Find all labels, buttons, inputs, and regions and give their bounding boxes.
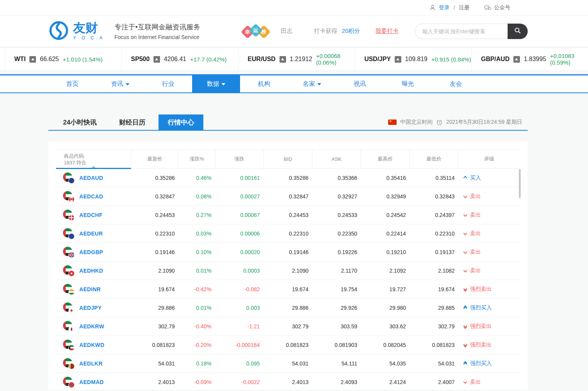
site-logo[interactable]: 友财 Y·O·C·A: [48, 20, 104, 43]
symbol-link[interactable]: AEDMAD: [79, 379, 104, 385]
column-header[interactable]: 最新价: [131, 150, 179, 168]
bid-cell: 0.19146: [264, 249, 312, 255]
column-header[interactable]: 最低价: [410, 150, 458, 168]
symbol-link[interactable]: AEDJPY: [79, 305, 102, 311]
change-percent-cell: -0.20%: [179, 342, 215, 348]
username[interactable]: 田志: [281, 27, 292, 35]
login-register-separator: /: [453, 5, 455, 11]
lucky-ranking-badge[interactable]: 幸运榜: [243, 24, 271, 38]
chevron-down-icon: [317, 83, 321, 85]
nav-item[interactable]: 数据: [192, 75, 240, 92]
current-datetime: 2021年5月30日18:24:59 星期日: [446, 119, 522, 126]
last-price-cell: 2.1090: [131, 268, 179, 274]
symbol-link[interactable]: AEDEUR: [79, 231, 103, 237]
table-row[interactable]: AEDJPY 29.886 0.01% 0.003 29.886 29.926 …: [56, 299, 520, 317]
quote-currency-flag-icon: [68, 215, 75, 221]
chevron-down-icon: [126, 83, 130, 85]
table-row[interactable]: AEDKWD 0.081823 -0.20% -0.000164 0.08182…: [56, 336, 520, 354]
nav-item[interactable]: 名家: [288, 75, 336, 92]
ticker-item[interactable]: EUR/USD 1.21912 +0.00068 (0.06%): [239, 48, 355, 70]
rating-cell: 卖出: [458, 267, 520, 274]
cn-flag-icon: [388, 120, 397, 125]
table-row[interactable]: AEDKRW 302.79 -0.40% -1.21 302.79 303.59…: [56, 317, 520, 336]
low-cell: 0.081823: [410, 342, 458, 348]
symbol-link[interactable]: AEDAUD: [79, 175, 103, 181]
change-cell: 0.00067: [215, 212, 264, 218]
table-row[interactable]: AEDCAD 0.32847 0.08% 0.00027 0.32847 0.3…: [56, 187, 520, 206]
rating-cell: 卖出: [458, 193, 520, 200]
symbol-link[interactable]: AEDKWD: [79, 342, 104, 348]
tab[interactable]: 财经日历: [110, 114, 155, 130]
tab[interactable]: 行情中心: [159, 114, 203, 130]
quote-currency-flag-icon: [68, 363, 75, 369]
wechat-group[interactable]: 公众号: [484, 4, 510, 11]
last-price-cell: 29.886: [131, 305, 179, 311]
table-scrollbar-thumb[interactable]: [519, 169, 521, 198]
table-row[interactable]: AEDCHF 0.24453 0.27% 0.00067 0.24453 0.2…: [56, 206, 520, 224]
symbol-link[interactable]: AEDLKR: [79, 360, 102, 367]
checkin-link[interactable]: 我要打卡: [375, 27, 399, 35]
ticker-item[interactable]: WTI 66.625 +1.010 (1.54%): [5, 48, 122, 70]
column-header[interactable]: BID: [264, 150, 312, 168]
symbol-link[interactable]: AEDGBP: [79, 249, 103, 255]
rating-label: 卖出: [470, 193, 481, 200]
symbol-cell: AEDKRW: [56, 321, 131, 332]
nav-item[interactable]: 行业: [144, 75, 192, 92]
ticker-change: +0.01083 (0.59%): [550, 53, 588, 66]
column-header[interactable]: 涨跌%: [179, 150, 215, 168]
logo-sub-text: Y·O·C·A: [73, 35, 104, 41]
high-cell: 29.980: [361, 305, 410, 311]
bid-cell: 19.674: [264, 286, 312, 292]
high-cell: 19.727: [361, 286, 410, 292]
change-percent-cell: 0.27%: [179, 212, 215, 218]
symbol-link[interactable]: AEDKRW: [79, 323, 104, 330]
tab[interactable]: 24小时快讯: [54, 114, 106, 130]
search-button[interactable]: [508, 24, 528, 39]
search-input[interactable]: [415, 24, 508, 39]
table-row[interactable]: AEDGBP 0.19146 0.10% 0.00020 0.19146 0.1…: [56, 243, 520, 261]
change-cell: -0.000164: [215, 342, 264, 348]
symbol-link[interactable]: AEDCAD: [79, 193, 103, 200]
ticker-item[interactable]: SP500 4206.41 +17.7 (0.42%): [122, 48, 239, 70]
ask-cell: 303.59: [312, 323, 361, 330]
chevron-down-icon: [222, 83, 225, 85]
up-triangle-icon: [280, 56, 286, 63]
nav-item[interactable]: 曝光: [384, 75, 432, 92]
timezone-label: 中国北京时间: [400, 119, 433, 126]
quote-currency-flag-icon: [68, 345, 75, 351]
table-row[interactable]: AEDMAD 2.4013 -0.09% -0.0022 2.4013 2.40…: [56, 373, 520, 389]
column-header-symbol[interactable]: 商品代码 1837 符合: [56, 150, 131, 168]
table-row[interactable]: AEDEUR 0.22310 0.03% 0.00006 0.22310 0.2…: [56, 224, 520, 243]
nav-item[interactable]: 机构: [240, 75, 288, 92]
table-row[interactable]: AEDAUD 0.35286 0.46% 0.00161 0.35286 0.3…: [56, 169, 520, 187]
rating-cell: 强烈卖出: [458, 323, 520, 330]
column-header[interactable]: 评级: [458, 150, 520, 168]
symbol-link[interactable]: AEDHKD: [79, 268, 103, 274]
column-header[interactable]: 最高价: [361, 150, 410, 168]
nav-item[interactable]: 首页: [48, 75, 96, 92]
nav-item[interactable]: 视讯: [336, 75, 384, 92]
column-header[interactable]: ASK: [312, 150, 361, 168]
change-percent-cell: 0.01%: [179, 268, 215, 274]
ask-cell: 0.081903: [312, 342, 361, 348]
tabs-row: 24小时快讯 财经日历 行情中心 中国北京时间 2021年5月30日18:24:…: [48, 115, 528, 131]
symbol-link[interactable]: AEDINR: [79, 286, 101, 292]
change-percent-cell: -0.40%: [179, 323, 215, 330]
nav-item[interactable]: 友会: [432, 75, 480, 92]
bid-cell: 54.031: [264, 360, 312, 367]
currency-pair-flag-icon: [63, 321, 75, 332]
register-link[interactable]: 注册: [459, 4, 470, 11]
column-header[interactable]: 涨跌: [215, 150, 264, 168]
symbol-link[interactable]: AEDCHF: [79, 212, 102, 218]
change-cell: 0.00027: [215, 193, 264, 200]
ticker-symbol: EUR/USD: [248, 56, 276, 63]
nav-item[interactable]: 资讯: [96, 75, 144, 92]
table-row[interactable]: AEDINR 19.674 -0.42% -0.082 19.674 19.75…: [56, 280, 520, 299]
ticker-item[interactable]: USD/JPY 109.819 +0.915 (0.84%): [355, 48, 472, 70]
login-link[interactable]: 登录: [439, 4, 450, 11]
table-row[interactable]: AEDHKD 2.1090 0.01% 0.0003 2.1090 2.1170…: [56, 261, 520, 280]
rating-chevron-icon: [464, 306, 467, 310]
symbol-cell: AEDEUR: [56, 228, 131, 239]
ticker-item[interactable]: GBP/AUD 1.83995 +0.01083 (0.59%): [472, 48, 588, 70]
table-row[interactable]: AEDLKR 54.031 0.18% 0.095 54.031 54.111 …: [56, 354, 520, 373]
